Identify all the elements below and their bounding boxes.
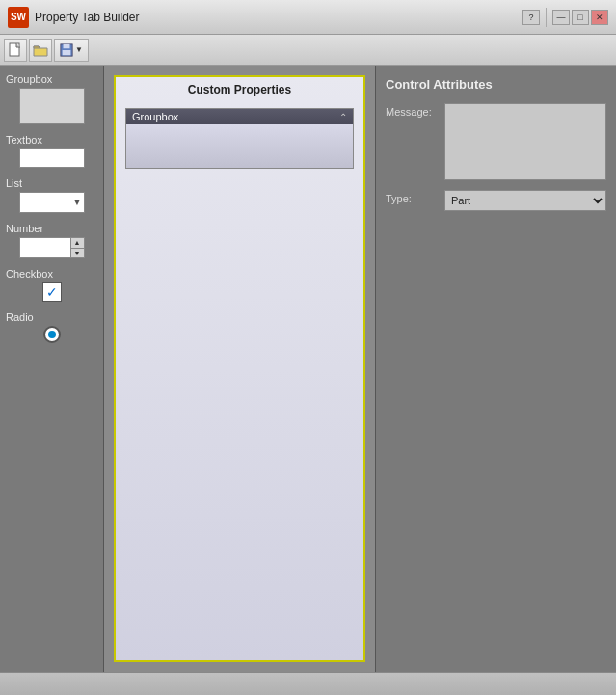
number-input-area bbox=[20, 238, 70, 257]
tool-radio-widget bbox=[43, 326, 61, 343]
custom-properties-title: Custom Properties bbox=[116, 77, 363, 102]
radio-inner-dot bbox=[48, 331, 56, 338]
main-layout: Groupbox Textbox List ▼ Number ▲ ▼ bbox=[0, 66, 616, 672]
close-button[interactable]: ✕ bbox=[591, 10, 608, 25]
tool-textbox-widget bbox=[19, 148, 85, 168]
save-arrow-icon: ▼ bbox=[75, 45, 83, 54]
minimize-button[interactable]: — bbox=[552, 10, 570, 25]
open-icon bbox=[33, 42, 48, 58]
list-dropdown-icon: ▼ bbox=[73, 198, 82, 207]
spinner-down-icon[interactable]: ▼ bbox=[71, 249, 84, 258]
type-row: Type: Part Assembly Drawing bbox=[386, 190, 606, 211]
titlebar: SW Property Tab Builder ? — □ ✕ bbox=[0, 0, 616, 35]
groupbox-canvas-widget[interactable]: Groupbox ⌃ bbox=[125, 108, 354, 169]
left-panel: Groupbox Textbox List ▼ Number ▲ ▼ bbox=[0, 66, 104, 672]
tool-groupbox-label: Groupbox bbox=[6, 73, 52, 85]
tool-checkbox-widget: ✓ bbox=[42, 282, 62, 302]
message-label: Message: bbox=[386, 103, 439, 118]
type-select[interactable]: Part Assembly Drawing bbox=[444, 190, 606, 211]
tool-radio-label: Radio bbox=[6, 311, 34, 323]
groupbox-canvas-header: Groupbox ⌃ bbox=[126, 109, 353, 124]
right-panel: Control Attributes Message: Type: Part A… bbox=[375, 66, 616, 672]
tool-textbox[interactable]: Textbox bbox=[6, 134, 97, 168]
tool-checkbox[interactable]: Checkbox ✓ bbox=[6, 268, 97, 302]
tool-textbox-label: Textbox bbox=[6, 134, 42, 146]
svg-rect-2 bbox=[64, 43, 70, 47]
open-button[interactable] bbox=[29, 39, 52, 62]
save-icon bbox=[60, 43, 73, 57]
right-panel-title: Control Attributes bbox=[386, 77, 606, 92]
window-controls: ? — □ ✕ bbox=[522, 8, 608, 27]
tool-groupbox-widget bbox=[19, 88, 85, 124]
app-title: Property Tab Builder bbox=[35, 11, 517, 24]
number-spinners: ▲ ▼ bbox=[70, 238, 84, 257]
tool-checkbox-label: Checkbox bbox=[6, 268, 53, 280]
statusbar bbox=[0, 672, 616, 695]
message-textarea[interactable] bbox=[444, 103, 606, 180]
save-button[interactable]: ▼ bbox=[54, 39, 89, 62]
svg-rect-3 bbox=[63, 50, 71, 55]
toolbar: ▼ bbox=[0, 35, 616, 66]
spinner-up-icon[interactable]: ▲ bbox=[71, 238, 84, 249]
tool-number-widget: ▲ ▼ bbox=[19, 237, 85, 258]
maximize-button[interactable]: □ bbox=[572, 10, 589, 25]
message-row: Message: bbox=[386, 103, 606, 180]
custom-properties-area: Custom Properties Groupbox ⌃ bbox=[114, 75, 365, 662]
controls-separator bbox=[546, 8, 547, 27]
new-icon bbox=[8, 42, 23, 58]
tool-list[interactable]: List ▼ bbox=[6, 177, 97, 213]
groupbox-collapse-icon[interactable]: ⌃ bbox=[339, 112, 347, 122]
new-button[interactable] bbox=[4, 39, 27, 62]
help-button[interactable]: ? bbox=[522, 10, 540, 25]
type-label: Type: bbox=[386, 190, 439, 204]
app-logo: SW bbox=[8, 7, 29, 28]
tool-list-widget: ▼ bbox=[19, 192, 85, 213]
tool-number-label: Number bbox=[6, 223, 43, 234]
groupbox-canvas-label: Groupbox bbox=[132, 111, 178, 122]
tool-list-label: List bbox=[6, 177, 22, 189]
tool-radio[interactable]: Radio bbox=[6, 311, 97, 343]
tool-number[interactable]: Number ▲ ▼ bbox=[6, 223, 97, 258]
tool-groupbox[interactable]: Groupbox bbox=[6, 73, 97, 124]
groupbox-canvas-body bbox=[126, 124, 353, 168]
center-panel: Custom Properties Groupbox ⌃ bbox=[104, 66, 375, 672]
